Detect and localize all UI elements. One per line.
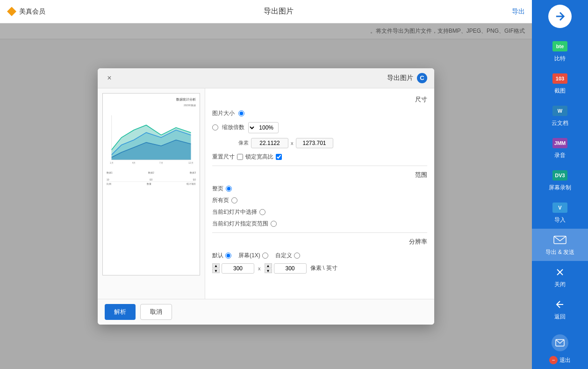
export-send-icon <box>552 233 568 246</box>
sidebar-item-import-label: 导入 <box>554 216 566 224</box>
mail-button[interactable] <box>552 334 568 351</box>
width-input[interactable] <box>296 138 333 148</box>
dpi-option-screen: 屏幕(1X) <box>238 252 268 260</box>
right-sidebar: bte 比特 103 截图 W 云文档 JMM 录音 DV3 屏幕录制 V 导入 <box>532 0 588 369</box>
sidebar-item-export-send-label: 导出 & 发送 <box>545 248 575 256</box>
zoom-radio[interactable] <box>212 124 218 130</box>
dpi-radio-screen[interactable] <box>262 253 268 259</box>
range-label-3: 当前幻灯片中选择 <box>212 208 257 216</box>
screenrecord-icon: DV3 <box>552 169 568 182</box>
sidebar-item-bite-label: 比特 <box>554 55 566 63</box>
export-dialog: × 导出图片 C 数据统计分析 2023年数据 <box>98 68 434 325</box>
dpi-width-up[interactable]: ▲ <box>212 263 220 268</box>
top-bar: 美真会员 导出图片 导出 <box>0 0 532 23</box>
dpi-option-default: 默认 <box>212 252 231 260</box>
size-section-title: 尺寸 <box>212 95 427 104</box>
height-input[interactable] <box>251 138 288 148</box>
sidebar-item-import[interactable]: V 导入 <box>532 196 588 229</box>
zoom-label: 缩放倍数 <box>222 123 244 131</box>
close-sidebar-icon <box>552 266 568 279</box>
confirm-button[interactable]: 解析 <box>105 304 136 320</box>
range-radio-selection[interactable] <box>259 209 265 215</box>
dpi-unit-label: 像素 \ 英寸 <box>310 264 337 272</box>
record-icon: JMM <box>552 137 568 150</box>
size-label: 图片大小 <box>212 109 235 117</box>
svg-text:7月: 7月 <box>159 161 163 164</box>
dpi-height-up[interactable]: ▲ <box>265 263 272 268</box>
back-icon <box>552 298 568 311</box>
sidebar-item-cloud-label: 云文档 <box>552 119 568 127</box>
sidebar-item-bite[interactable]: bte 比特 <box>532 35 588 67</box>
dpi-width-group: ▲ ▼ <box>212 263 254 274</box>
range-radio-pages[interactable] <box>231 197 237 203</box>
chart-title: 数据统计分析 <box>107 97 196 102</box>
size-radio-img[interactable] <box>238 110 244 116</box>
sidebar-item-screenshot[interactable]: 103 截图 <box>532 67 588 100</box>
restore-label: 重置尺寸 <box>212 153 235 161</box>
range-radio-all[interactable] <box>226 186 232 192</box>
dimensions-row: x 像素 缩放倍数 <box>212 138 427 148</box>
dpi-section: 分辨率 自定义 屏幕(1X) <box>212 238 427 274</box>
sidebar-item-screenrecord[interactable]: DV3 屏幕录制 <box>532 164 588 196</box>
sidebar-item-export-send[interactable]: 导出 & 发送 <box>532 229 588 261</box>
cloud-icon: W <box>552 104 568 117</box>
dialog-body: 数据统计分析 2023年数据 <box>98 88 434 299</box>
range-label-2: 所有页 <box>212 196 229 204</box>
modal-overlay: × 导出图片 C 数据统计分析 2023年数据 <box>0 23 532 369</box>
divider-2 <box>212 232 427 233</box>
exit-button[interactable]: − 退出 <box>549 356 571 364</box>
chart-preview: 数据统计分析 2023年数据 <box>103 94 200 275</box>
main-area: 将文件导出为图片文件，支持BMP、JPEG、PNG、GIF格式。 × 导出图片 … <box>0 23 532 369</box>
dpi-label-custom: 自定义 <box>275 252 292 260</box>
range-option-4: 当前幻灯片指定页范围 <box>212 220 427 228</box>
dialog-footer: 解析 取消 <box>98 299 434 325</box>
lock-ratio-row: 锁定宽高比 重置尺寸 <box>212 153 427 161</box>
sidebar-item-close-label: 关闭 <box>554 281 566 289</box>
size-inputs: x 像素 <box>238 138 333 148</box>
dpi-label-screen: 屏幕(1X) <box>238 252 260 260</box>
range-section: 范围 整页 所有页 当前幻灯片中选择 <box>212 171 427 228</box>
pixel-unit: 像素 <box>238 139 249 146</box>
sidebar-item-record[interactable]: JMM 录音 <box>532 132 588 164</box>
range-label-4: 当前幻灯片指定页范围 <box>212 220 268 228</box>
range-option-3: 当前幻灯片中选择 <box>212 208 427 216</box>
export-top-label[interactable]: 导出 <box>512 7 525 16</box>
sidebar-item-cloud[interactable]: W 云文档 <box>532 100 588 132</box>
sidebar-item-close[interactable]: 关闭 <box>532 261 588 293</box>
dpi-height-input[interactable] <box>274 263 307 274</box>
app-logo: 美真会员 <box>7 7 45 16</box>
zoom-select[interactable]: 100% <box>248 122 279 133</box>
dpi-width-down[interactable]: ▼ <box>212 268 220 273</box>
dpi-height-down[interactable]: ▼ <box>265 268 272 273</box>
import-icon: V <box>552 201 568 214</box>
sidebar-item-back[interactable]: 返回 <box>532 293 588 326</box>
dpi-inputs: 像素 \ 英寸 ▲ ▼ x <box>212 263 427 274</box>
range-radio-custom[interactable] <box>271 221 277 227</box>
dpi-radio-default[interactable] <box>225 253 231 259</box>
sidebar-item-back-label: 返回 <box>554 313 566 321</box>
cancel-button[interactable]: 取消 <box>140 304 172 320</box>
dialog-header: × 导出图片 C <box>98 68 434 88</box>
lock-ratio-checkbox[interactable] <box>276 154 282 160</box>
restore-size-checkbox[interactable] <box>237 154 243 160</box>
sidebar-nav-button[interactable] <box>548 5 572 28</box>
screenshot-icon: 103 <box>552 72 568 85</box>
sidebar-item-screenrecord-label: 屏幕录制 <box>549 184 571 192</box>
dpi-radio-custom[interactable] <box>294 253 300 259</box>
size-radio-row: 图片大小 <box>212 109 427 117</box>
dialog-title-icon: C <box>417 73 427 83</box>
app-name: 美真会员 <box>19 7 45 16</box>
sidebar-item-screenshot-label: 截图 <box>554 87 566 95</box>
dpi-height-group: ▲ ▼ <box>265 263 307 274</box>
chart-subtitle: 2023年数据 <box>107 104 196 107</box>
range-title: 范围 <box>212 171 427 179</box>
dpi-options: 自定义 屏幕(1X) 默认 <box>212 252 427 260</box>
top-title: 导出图片 <box>264 7 294 16</box>
svg-text:1月: 1月 <box>110 161 114 164</box>
preview-image: 数据统计分析 2023年数据 <box>102 93 200 275</box>
exit-icon: − <box>549 356 558 364</box>
close-button[interactable]: × <box>105 73 114 83</box>
sidebar-bottom: − 退出 <box>545 330 575 369</box>
dpi-width-input[interactable] <box>222 263 254 274</box>
mail-icon <box>555 339 565 347</box>
